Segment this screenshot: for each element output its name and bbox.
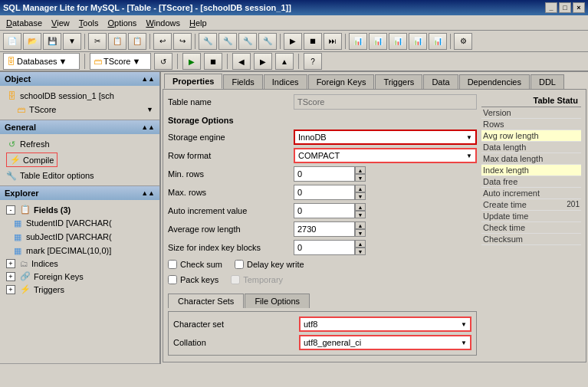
tab-dependencies[interactable]: Dependencies (459, 74, 530, 89)
general-header: General ▲▲ (0, 120, 159, 134)
table-name-input[interactable] (294, 94, 477, 110)
triggers-expand[interactable]: + (6, 285, 15, 294)
fields-expand[interactable]: - (6, 205, 15, 215)
min-rows-down[interactable]: ▼ (355, 174, 366, 182)
tab-ddl[interactable]: DDL (531, 74, 564, 89)
tab-foreign-keys[interactable]: Foreign Keys (308, 74, 375, 89)
sub-tab-file[interactable]: File Options (245, 294, 310, 308)
general-collapse[interactable]: ▲▲ (141, 123, 155, 131)
size-index-up[interactable]: ▲ (355, 240, 366, 248)
field1-icon: ▦ (12, 218, 23, 228)
foreign-keys-item[interactable]: + 🔗 Foreign Keys (3, 270, 156, 283)
stop-button[interactable]: ⏹ (204, 53, 222, 70)
menu-view[interactable]: View (47, 17, 74, 29)
menu-database[interactable]: Database (2, 17, 47, 29)
menu-tools[interactable]: Tools (74, 17, 103, 29)
options-item[interactable]: 🔧 Table Editor options (3, 169, 156, 182)
indices-item[interactable]: + 🗂 Indices (3, 257, 156, 270)
up-button[interactable]: ▲ (275, 53, 294, 70)
auto-increment-down[interactable]: ▼ (355, 211, 366, 218)
undo-button[interactable]: ↩ (153, 33, 172, 50)
tab-properties[interactable]: Properties (164, 74, 222, 89)
auto-increment-input[interactable] (294, 203, 355, 218)
storage-engine-dropdown[interactable]: InnoDB ▼ (294, 130, 477, 145)
open-button[interactable]: 📂 (23, 33, 41, 50)
save-button[interactable]: 💾 (43, 33, 61, 50)
avg-row-length-input[interactable] (294, 221, 355, 237)
field3-item[interactable]: ▦ mark [DECIMAL(10,0)] (9, 244, 156, 257)
tb5-btn4[interactable]: 📊 (409, 33, 427, 50)
window-controls[interactable]: _ □ × (545, 2, 585, 13)
menu-help[interactable]: Help (185, 17, 212, 29)
run-button[interactable]: ▶ (182, 53, 201, 70)
cut-button[interactable]: ✂ (88, 33, 107, 50)
back-button[interactable]: ◀ (232, 53, 251, 70)
max-rows-down[interactable]: ▼ (355, 192, 366, 200)
tb3-btn1[interactable]: 🔧 (199, 33, 217, 50)
indices-expand[interactable]: + (6, 259, 15, 268)
avg-row-length-up[interactable]: ▲ (355, 221, 366, 229)
collation-dropdown[interactable]: utf8_general_ci ▼ (299, 335, 471, 350)
tb3-btn2[interactable]: 🔧 (218, 33, 237, 50)
settings-button[interactable]: ⚙ (454, 33, 472, 50)
explorer-collapse[interactable]: ▲▲ (141, 189, 155, 197)
compile-item[interactable]: ⚡ Compile (3, 151, 156, 169)
storage-engine-row: Storage engine InnoDB ▼ (168, 130, 477, 145)
sep5 (345, 34, 346, 49)
tb5-btn5[interactable]: 📊 (429, 33, 447, 50)
object-collapse[interactable]: ▲▲ (141, 75, 155, 83)
restore-button[interactable]: □ (559, 2, 571, 13)
compile-box[interactable]: ⚡ Compile (6, 153, 57, 167)
paste-button[interactable]: 📋 (128, 33, 146, 50)
field1-item[interactable]: ▦ StudentID [VARCHAR( (9, 216, 156, 230)
databases-dropdown[interactable]: 🗄 Databases ▼ (3, 53, 80, 70)
size-index-input[interactable] (294, 240, 355, 255)
pack-keys-checkbox[interactable] (168, 275, 177, 284)
tb4-btn1[interactable]: ▶ (284, 33, 302, 50)
menu-windows[interactable]: Windows (141, 17, 185, 29)
max-rows-input[interactable] (294, 185, 355, 200)
triggers-item[interactable]: + ⚡ Triggers (3, 283, 156, 296)
field2-item[interactable]: ▦ subJectID [VARCHAR( (9, 230, 156, 244)
copy-button[interactable]: 📋 (108, 33, 126, 50)
size-index-down[interactable]: ▼ (355, 248, 366, 255)
close-button[interactable]: × (573, 2, 585, 13)
avg-row-length-down[interactable]: ▼ (355, 229, 366, 237)
tb4-btn2[interactable]: ⏹ (304, 33, 322, 50)
save-dropdown[interactable]: ▼ (63, 33, 81, 50)
fk-expand[interactable]: + (6, 272, 15, 281)
tb5-btn2[interactable]: 📊 (369, 33, 387, 50)
tab-triggers[interactable]: Triggers (375, 74, 422, 89)
fk-label: Foreign Keys (34, 272, 84, 281)
charset-dropdown[interactable]: utf8 ▼ (299, 316, 471, 332)
tb4-btn3[interactable]: ⏭ (324, 33, 342, 50)
checksum-checkbox[interactable] (168, 260, 177, 269)
tab-fields[interactable]: Fields (223, 74, 262, 89)
refresh-toolbar-button[interactable]: ↺ (154, 53, 172, 70)
auto-increment-up[interactable]: ▲ (355, 203, 366, 211)
tb5-btn3[interactable]: 📊 (389, 33, 407, 50)
menu-options[interactable]: Options (103, 17, 141, 29)
max-rows-up[interactable]: ▲ (355, 185, 366, 192)
tab-data[interactable]: Data (423, 74, 458, 89)
session-item[interactable]: 🗄 schoolDB session_1 [sch (3, 89, 156, 103)
table-dropdown-arrow[interactable]: ▼ (146, 106, 153, 113)
table-item[interactable]: 🗃 TScore ▼ (3, 103, 156, 116)
new-button[interactable]: 📄 (3, 33, 21, 50)
min-rows-input[interactable] (294, 166, 355, 182)
tab-indices[interactable]: Indices (264, 74, 307, 89)
delay-key-checkbox[interactable] (235, 260, 244, 269)
table-dropdown[interactable]: 🗃 TScore ▼ (90, 53, 151, 70)
forward-button[interactable]: ▶ (254, 53, 272, 70)
tb3-btn3[interactable]: 🔧 (238, 33, 257, 50)
tb3-btn4[interactable]: 🔧 (258, 33, 277, 50)
refresh-item[interactable]: ↺ Refresh (3, 137, 156, 151)
tb5-btn1[interactable]: 📊 (349, 33, 367, 50)
row-format-dropdown[interactable]: COMPACT ▼ (294, 148, 477, 163)
sub-tab-charset[interactable]: Character Sets (168, 294, 244, 308)
min-rows-up[interactable]: ▲ (355, 166, 366, 174)
help-toolbar-button[interactable]: ? (304, 53, 322, 70)
minimize-button[interactable]: _ (545, 2, 557, 13)
redo-button[interactable]: ↪ (173, 33, 192, 50)
fields-group[interactable]: - 📋 Fields (3) (3, 203, 156, 216)
